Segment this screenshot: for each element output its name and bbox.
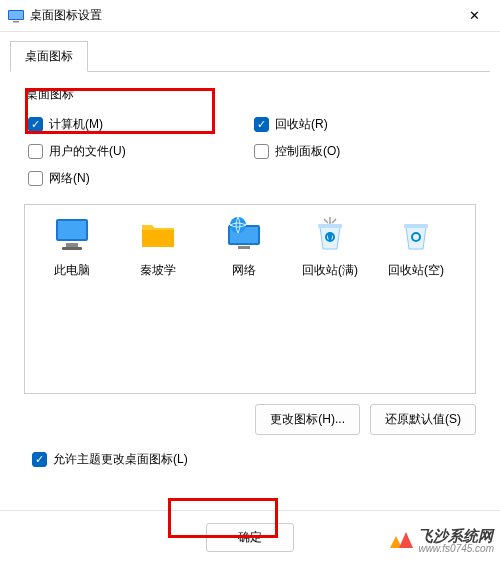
checkbox-item-controlpanel[interactable]: 控制面板(O)	[254, 138, 480, 165]
icon-label: 秦坡学	[119, 262, 197, 279]
watermark-logo-icon	[388, 528, 414, 554]
group-label: 桌面图标	[20, 86, 480, 103]
icon-grid: 此电脑 秦坡学 网络	[33, 217, 467, 279]
icon-thispc[interactable]: 此电脑	[33, 217, 111, 279]
svg-rect-13	[404, 224, 428, 228]
checkbox-label: 允许主题更改桌面图标(L)	[53, 451, 188, 468]
svg-rect-2	[13, 21, 19, 23]
tab-desktop-icons[interactable]: 桌面图标	[10, 41, 88, 72]
globe-monitor-icon	[224, 217, 264, 253]
checkbox-label: 计算机(M)	[49, 116, 103, 133]
tab-content: 桌面图标 计算机(M) 回收站(R) 用户的文件(U) 控制面板(O) 网络(N…	[10, 71, 490, 478]
icon-recycle-empty[interactable]: 回收站(空)	[377, 217, 455, 279]
icon-preview-panel: 此电脑 秦坡学 网络	[24, 204, 476, 394]
checkbox-item-computer[interactable]: 计算机(M)	[28, 111, 254, 138]
checkbox-network[interactable]	[28, 171, 43, 186]
checkbox-label: 控制面板(O)	[275, 143, 340, 160]
watermark-url: www.fs0745.com	[418, 543, 494, 554]
titlebar: 桌面图标设置 ✕	[0, 0, 500, 32]
watermark-text-block: 飞沙系统网 www.fs0745.com	[418, 528, 494, 554]
svg-rect-6	[62, 247, 82, 250]
icon-qinpoxue[interactable]: 秦坡学	[119, 217, 197, 279]
allow-theme-row[interactable]: 允许主题更改桌面图标(L)	[20, 435, 480, 468]
icon-recycle-full[interactable]: 回收站(满)	[291, 217, 369, 279]
svg-rect-9	[238, 246, 250, 249]
window-title: 桌面图标设置	[30, 7, 456, 24]
checkbox-group: 计算机(M) 回收站(R) 用户的文件(U) 控制面板(O) 网络(N)	[20, 111, 480, 192]
close-button[interactable]: ✕	[456, 2, 492, 30]
icon-label: 网络	[205, 262, 283, 279]
checkbox-recycle[interactable]	[254, 117, 269, 132]
checkbox-label: 回收站(R)	[275, 116, 328, 133]
icon-label: 回收站(空)	[377, 262, 455, 279]
checkbox-item-userfiles[interactable]: 用户的文件(U)	[28, 138, 254, 165]
watermark-name: 飞沙系统网	[418, 528, 494, 543]
recycle-full-icon	[310, 217, 350, 253]
restore-default-button[interactable]: 还原默认值(S)	[370, 404, 476, 435]
icon-label: 回收站(满)	[291, 262, 369, 279]
checkbox-userfiles[interactable]	[28, 144, 43, 159]
change-icon-button[interactable]: 更改图标(H)...	[255, 404, 360, 435]
checkbox-item-recycle[interactable]: 回收站(R)	[254, 111, 480, 138]
app-icon	[8, 8, 24, 24]
icon-label: 此电脑	[33, 262, 111, 279]
icon-buttons-row: 更改图标(H)... 还原默认值(S)	[20, 394, 480, 435]
tab-strip: 桌面图标	[0, 32, 500, 71]
checkbox-label: 用户的文件(U)	[49, 143, 126, 160]
checkbox-computer[interactable]	[28, 117, 43, 132]
folder-icon	[138, 217, 178, 253]
checkbox-controlpanel[interactable]	[254, 144, 269, 159]
svg-rect-4	[58, 221, 86, 239]
watermark: 飞沙系统网 www.fs0745.com	[388, 528, 494, 554]
icon-network[interactable]: 网络	[205, 217, 283, 279]
svg-point-10	[230, 217, 246, 233]
svg-rect-1	[9, 11, 23, 19]
monitor-icon	[52, 217, 92, 253]
svg-rect-11	[318, 224, 342, 228]
checkbox-label: 网络(N)	[49, 170, 90, 187]
svg-rect-5	[66, 243, 78, 247]
checkbox-item-network[interactable]: 网络(N)	[28, 165, 480, 192]
recycle-empty-icon	[396, 217, 436, 253]
checkbox-allow-theme[interactable]	[32, 452, 47, 467]
ok-button[interactable]: 确定	[206, 523, 294, 552]
